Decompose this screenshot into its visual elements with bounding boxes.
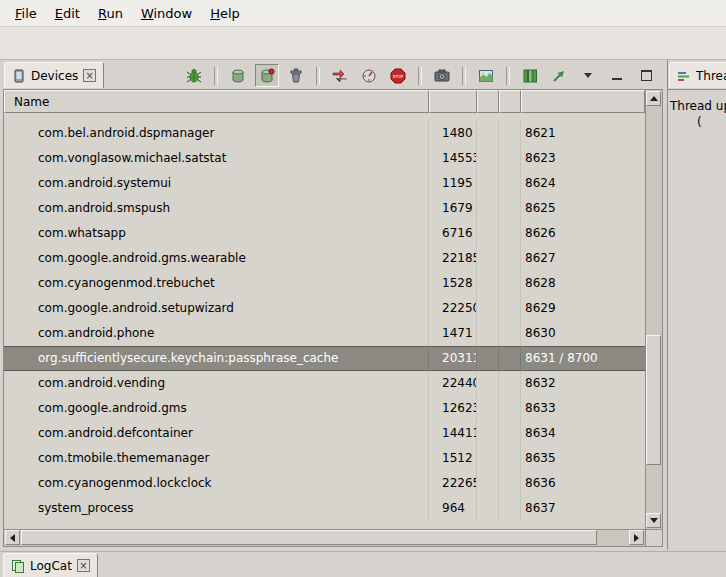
- update-heap-button[interactable]: [226, 64, 250, 87]
- heap-updates-button[interactable]: [547, 64, 571, 87]
- debug-process-button[interactable]: [182, 64, 206, 87]
- bottom-bar: LogCat ×: [0, 551, 726, 577]
- screen-record-icon: [478, 68, 494, 84]
- cell-name: com.android.defcontainer: [4, 421, 429, 446]
- scroll-left-button[interactable]: [5, 530, 20, 545]
- screen-capture-icon: [434, 68, 450, 84]
- cell-port: 8626: [521, 221, 645, 246]
- tab-logcat[interactable]: LogCat ×: [3, 553, 98, 577]
- cell-pid: 6716: [429, 221, 477, 246]
- table-row[interactable]: com.vonglasow.michael.satstat 14553 8623: [4, 146, 645, 171]
- cell-pid: 1480: [429, 121, 477, 146]
- cell-name: com.google.android.gms: [4, 396, 429, 421]
- threads-panel: Threads Thread up (: [667, 60, 726, 550]
- horizontal-scrollbar[interactable]: [4, 529, 645, 546]
- start-method-profiling-button[interactable]: [357, 64, 381, 87]
- scroll-down-button[interactable]: [646, 513, 661, 528]
- cell-pid: 22440: [429, 371, 477, 396]
- arrow-left-icon: [10, 534, 15, 542]
- toolbar-separator: [316, 67, 320, 85]
- cell-blank-2: [499, 246, 521, 271]
- cell-pid: 1471: [429, 321, 477, 346]
- column-header-name[interactable]: Name: [4, 90, 429, 113]
- stop-process-button[interactable]: STOP: [386, 64, 410, 87]
- logcat-icon: [11, 559, 25, 573]
- cell-blank-1: [477, 496, 499, 521]
- minimize-button[interactable]: [605, 64, 629, 87]
- threads-content: Thread up (: [668, 89, 726, 547]
- table-row[interactable]: com.google.android.gms.wearable 22185 86…: [4, 246, 645, 271]
- table-row[interactable]: com.android.defcontainer 14411 8634: [4, 421, 645, 446]
- tab-devices-label: Devices: [31, 69, 78, 83]
- table-row[interactable]: com.tmobile.thememanager 1512 8635: [4, 446, 645, 471]
- table-row[interactable]: com.google.android.gms 12623 8633: [4, 396, 645, 421]
- cell-name: com.google.android.setupwizard: [4, 296, 429, 321]
- menu-help[interactable]: Help: [201, 2, 249, 25]
- cell-blank-2: [499, 146, 521, 171]
- horizontal-scroll-thumb[interactable]: [21, 530, 597, 545]
- table-row[interactable]: com.bel.android.dspmanager 1480 8621: [4, 121, 645, 146]
- cell-blank-2: [499, 221, 521, 246]
- thread-updates-button[interactable]: [518, 64, 542, 87]
- cell-blank-1: [477, 121, 499, 146]
- cell-blank-1: [477, 296, 499, 321]
- cell-port: 8633: [521, 396, 645, 421]
- table-row[interactable]: com.android.vending 22440 8632: [4, 371, 645, 396]
- cell-pid: 20311: [429, 346, 477, 371]
- dump-hprof-button[interactable]: [255, 64, 279, 87]
- cell-blank-2: [499, 196, 521, 221]
- devices-tabbar: Devices ×: [3, 60, 663, 89]
- screen-record-button[interactable]: [474, 64, 498, 87]
- maximize-button[interactable]: [634, 64, 658, 87]
- cell-name: com.cyanogenmod.trebuchet: [4, 271, 429, 296]
- cell-pid: 12623: [429, 396, 477, 421]
- start-method-profiling-icon: [361, 68, 377, 84]
- threads-message-line1: Thread up: [668, 98, 726, 114]
- tab-devices[interactable]: Devices ×: [4, 62, 104, 88]
- cell-blank-1: [477, 396, 499, 421]
- menu-window[interactable]: Window: [132, 2, 201, 25]
- update-threads-button[interactable]: [328, 64, 352, 87]
- tab-threads[interactable]: Threads: [669, 62, 726, 88]
- column-header-pid[interactable]: [429, 90, 477, 113]
- close-icon[interactable]: ×: [77, 559, 90, 572]
- cell-name: system_process: [4, 496, 429, 521]
- table-row[interactable]: org.sufficientlysecure.keychain:passphra…: [4, 346, 645, 371]
- menu-edit[interactable]: Edit: [46, 2, 89, 25]
- column-header-port[interactable]: [521, 90, 645, 113]
- toolbar-separator: [214, 67, 218, 85]
- column-header-blank-2[interactable]: [499, 90, 521, 113]
- cell-blank-2: [499, 321, 521, 346]
- cell-port: 8621: [521, 121, 645, 146]
- main-toolbar: [0, 27, 726, 60]
- table-row[interactable]: com.cyanogenmod.trebuchet 1528 8628: [4, 271, 645, 296]
- close-icon[interactable]: ×: [83, 69, 96, 82]
- scroll-right-button[interactable]: [629, 530, 644, 545]
- scroll-up-button[interactable]: [646, 91, 661, 106]
- table-row[interactable]: com.whatsapp 6716 8626: [4, 221, 645, 246]
- vertical-scrollbar[interactable]: [645, 90, 662, 529]
- threads-message-line2: (: [668, 114, 726, 130]
- cell-name: com.bel.android.dspmanager: [4, 121, 429, 146]
- table-row[interactable]: com.android.phone 1471 8630: [4, 321, 645, 346]
- vertical-scroll-thumb[interactable]: [646, 335, 661, 465]
- table-row[interactable]: com.cyanogenmod.lockclock 22265 8636: [4, 471, 645, 496]
- cell-pid: 22185: [429, 246, 477, 271]
- table-row[interactable]: com.android.systemui 1195 8624: [4, 171, 645, 196]
- cell-port: 8629: [521, 296, 645, 321]
- tab-threads-label: Threads: [696, 69, 726, 83]
- view-menu-button[interactable]: [576, 64, 600, 87]
- table-row[interactable]: com.android.smspush 1679 8625: [4, 196, 645, 221]
- table-row[interactable]: com.google.android.setupwizard 22250 862…: [4, 296, 645, 321]
- cell-blank-1: [477, 221, 499, 246]
- screen-capture-button[interactable]: [430, 64, 454, 87]
- menu-file[interactable]: File: [6, 2, 46, 25]
- cause-gc-button[interactable]: [284, 64, 308, 87]
- arrow-right-icon: [634, 534, 639, 542]
- partial-row: [4, 113, 645, 121]
- menu-run[interactable]: Run: [89, 2, 132, 25]
- cell-port: 8624: [521, 171, 645, 196]
- column-header-blank-1[interactable]: [477, 90, 499, 113]
- cell-blank-1: [477, 346, 499, 371]
- table-row[interactable]: system_process 964 8637: [4, 496, 645, 521]
